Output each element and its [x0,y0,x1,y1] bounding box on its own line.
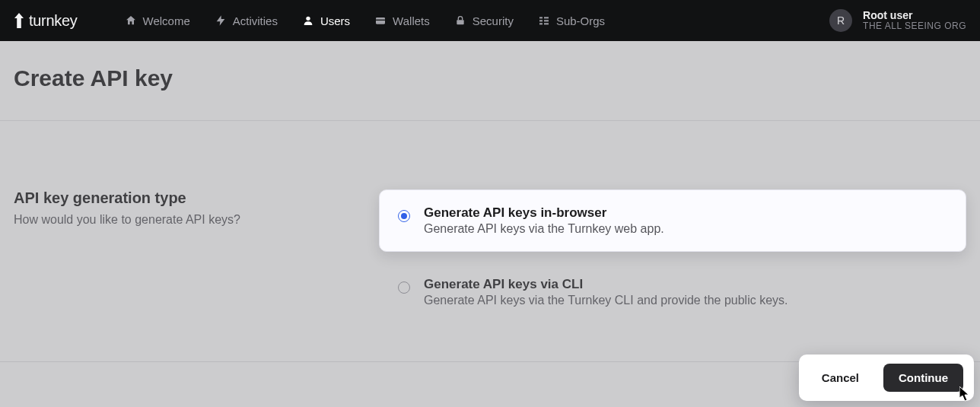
nav-label: Activities [233,14,278,27]
section-subheading: How would you like to generate API keys? [14,213,348,227]
wallet-icon [374,14,387,27]
option-via-cli-radio[interactable] [398,281,410,294]
user-icon [302,14,314,27]
option-title: Generate API keys via CLI [424,277,788,292]
user-menu[interactable]: R Root user THE ALL SEEING ORG [829,9,966,32]
nav-activities[interactable]: Activities [204,10,288,32]
lock-icon [454,14,466,27]
svg-rect-4 [539,17,542,18]
generation-options: Generate API keys in-browser Generate AP… [379,189,966,323]
page-header: Create API key [0,41,980,121]
svg-rect-3 [457,20,463,24]
nav-suborgs[interactable]: Sub-Orgs [527,10,616,32]
brand-mark-icon [14,13,24,28]
nav-label: Welcome [143,14,190,27]
option-via-cli[interactable]: Generate API keys via CLI Generate API k… [379,261,966,323]
svg-rect-6 [539,23,542,24]
nav-label: Security [473,14,514,27]
avatar-initial: R [837,14,845,27]
continue-button[interactable]: Continue [883,364,963,392]
brand-logo[interactable]: turnkey [14,12,78,30]
action-bar: Cancel Continue [799,355,974,401]
svg-rect-1 [376,17,385,24]
svg-rect-9 [544,23,549,24]
svg-rect-5 [539,20,542,21]
user-org: THE ALL SEEING ORG [863,21,966,32]
option-in-browser[interactable]: Generate API keys in-browser Generate AP… [379,189,966,252]
api-key-generation-section: API key generation type How would you li… [0,121,980,362]
suborgs-icon [538,14,550,27]
nav-security[interactable]: Security [444,10,524,32]
top-nav: turnkey Welcome Activities Users Wallets… [0,0,980,41]
nav-label: Wallets [393,14,430,27]
nav-wallets[interactable]: Wallets [364,10,441,32]
user-name: Root user [863,9,966,21]
user-texts: Root user THE ALL SEEING ORG [863,9,966,32]
nav-label: Sub-Orgs [556,14,605,27]
avatar: R [829,9,852,32]
option-desc: Generate API keys via the Turnkey CLI an… [424,294,788,307]
svg-rect-2 [376,20,385,21]
nav-label: Users [320,14,350,27]
section-heading: API key generation type [14,189,348,207]
brand-name: turnkey [29,12,78,30]
home-icon [125,14,137,27]
svg-rect-8 [544,20,549,21]
svg-rect-7 [544,17,549,18]
option-in-browser-radio[interactable] [398,210,410,222]
cancel-button[interactable]: Cancel [810,364,871,392]
option-desc: Generate API keys via the Turnkey web ap… [424,222,664,236]
page-title: Create API key [14,65,966,91]
bolt-icon [215,14,227,27]
primary-nav: Welcome Activities Users Wallets Securit… [114,10,616,32]
option-title: Generate API keys in-browser [424,205,664,221]
nav-users[interactable]: Users [291,10,361,32]
svg-point-0 [306,17,310,21]
nav-welcome[interactable]: Welcome [114,10,201,32]
section-intro: API key generation type How would you li… [14,189,348,323]
